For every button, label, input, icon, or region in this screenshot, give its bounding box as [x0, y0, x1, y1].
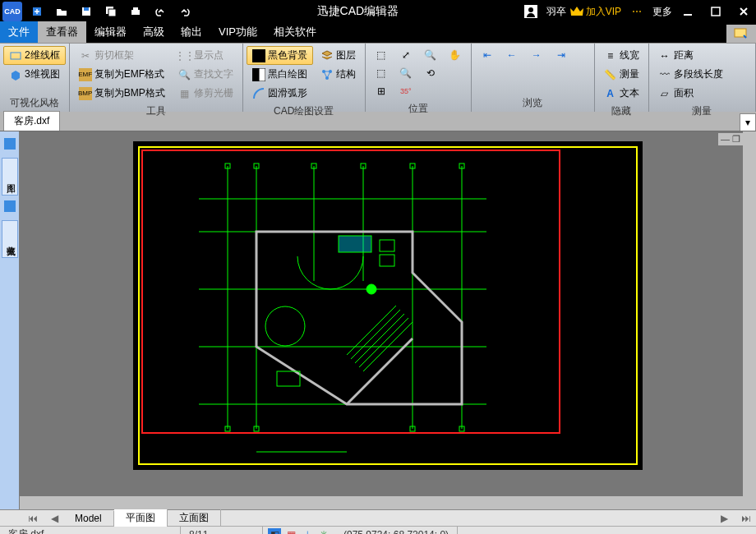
close-button[interactable] — [734, 2, 754, 21]
btn-2d-wireframe[interactable]: 2维线框 — [3, 46, 66, 65]
btn-nav-prev[interactable]: ← — [500, 46, 524, 64]
btn-nav-last[interactable]: ⇥ — [549, 46, 574, 64]
canvas-viewport[interactable]: — ❐ ✕ — [20, 131, 756, 509]
file-tab-dropdown[interactable]: ▾ — [740, 113, 756, 131]
tab-editor[interactable]: 编辑器 — [86, 21, 135, 43]
btn-zoom-out[interactable]: 🔍 — [394, 64, 418, 82]
bmp-icon: BMP — [79, 87, 92, 100]
btn-snap[interactable]: ⊞ — [369, 82, 394, 100]
btn-clip-frame[interactable]: ✂剪切框架 — [73, 46, 171, 65]
app-logo[interactable]: CAD — [2, 2, 22, 21]
btn-nav-next[interactable]: → — [524, 46, 549, 64]
btn-zoom-window[interactable]: ⬚ — [369, 46, 394, 64]
drawing-canvas[interactable] — [133, 141, 643, 470]
status-bar: 客房.dxf 8/11 ◧ ▦ ⊥ ✳ (975.9734; 68.72014;… — [0, 526, 756, 534]
svg-rect-43 — [380, 240, 394, 251]
ribbon-caption: 隐藏 — [598, 103, 645, 120]
btn-rotate[interactable]: ⟲ — [418, 64, 443, 82]
btn-polyline-len[interactable]: 〰多段线长度 — [652, 65, 729, 84]
btn-zoom-prev[interactable]: ⬚ — [369, 64, 394, 82]
view-tab-model[interactable]: Model — [63, 511, 114, 526]
new-icon[interactable] — [27, 2, 47, 21]
save-icon[interactable] — [76, 2, 96, 21]
view-tab-strip: ⏮ ◀ Model 平面图 立面图 ▶ ⏭ — [0, 509, 756, 526]
btn-nav-first[interactable]: ⇤ — [475, 46, 500, 64]
btn-area[interactable]: ▱面积 — [652, 84, 729, 103]
svg-rect-42 — [339, 236, 371, 252]
status-grid-icon[interactable]: ▦ — [284, 528, 297, 535]
btn-pan[interactable]: ✋ — [443, 46, 468, 64]
ribbon-group-cadsettings: 黑色背景 黑白绘图 圆滑弧形 图层 结构 CAD绘图设置 — [243, 44, 366, 112]
ribbon-caption: 位置 — [369, 100, 468, 117]
tab-file[interactable]: 文件 — [0, 21, 38, 43]
tab-related[interactable]: 相关软件 — [265, 21, 325, 43]
view-tab-plan[interactable]: 平面图 — [114, 509, 168, 527]
svg-rect-6 — [133, 7, 138, 10]
cube-icon — [9, 68, 22, 81]
btn-angle[interactable]: 35° — [394, 82, 418, 100]
menu-corner-icon[interactable] — [726, 25, 756, 43]
side-icon[interactable] — [2, 136, 17, 154]
polyline-icon: 〰 — [658, 68, 671, 81]
btn-structure[interactable]: 结构 — [315, 65, 362, 84]
status-ortho-icon[interactable]: ⊥ — [301, 528, 314, 535]
svg-point-8 — [528, 7, 533, 12]
btn-black-bg[interactable]: 黑色背景 — [247, 46, 313, 65]
side-icon-2[interactable] — [2, 199, 17, 217]
more-dots-icon[interactable]: ⋯ — [627, 2, 647, 21]
tab-scroll-next[interactable]: ▶ — [716, 513, 733, 524]
tab-output[interactable]: 输出 — [173, 21, 210, 43]
btn-zoom-extents[interactable]: ⤢ — [394, 46, 418, 64]
side-tab-favorites[interactable]: 收藏夹 — [2, 220, 18, 258]
ribbon: 2维线框 3维视图 可视化风格 ✂剪切框架 EMF复制为EMF格式 BMP复制为… — [0, 43, 756, 112]
tab-scroll-prev[interactable]: ◀ — [46, 513, 63, 524]
last-icon: ⇥ — [555, 48, 568, 62]
btn-text[interactable]: A文本 — [598, 84, 645, 103]
btn-zoom-in[interactable]: 🔍 — [418, 46, 443, 64]
user-area: 羽卒 加入VIP ⋯ 更多 — [519, 2, 756, 21]
tab-vip[interactable]: VIP功能 — [210, 21, 265, 43]
btn-bw-draw[interactable]: 黑白绘图 — [247, 65, 313, 84]
structure-icon — [320, 68, 334, 81]
btn-copy-bmp[interactable]: BMP复制为BMP格式 — [73, 84, 171, 103]
saveas-icon[interactable] — [101, 2, 121, 21]
more-label[interactable]: 更多 — [652, 5, 672, 19]
print-icon[interactable] — [126, 2, 145, 21]
btn-find-text[interactable]: 🔍查找文字 — [173, 65, 239, 84]
btn-trim-raster[interactable]: ▦修剪光栅 — [173, 84, 239, 103]
btn-copy-emf[interactable]: EMF复制为EMF格式 — [73, 65, 171, 84]
undo-icon[interactable] — [150, 2, 170, 21]
user-icon[interactable] — [521, 2, 541, 21]
btn-distance[interactable]: ↔距离 — [652, 46, 729, 65]
btn-smooth-arc[interactable]: 圆滑弧形 — [247, 84, 313, 103]
tab-advanced[interactable]: 高级 — [135, 21, 173, 43]
horizontal-scrollbar[interactable] — [20, 496, 756, 509]
svg-rect-19 — [4, 200, 16, 212]
side-tab-library[interactable]: 图库 — [2, 158, 18, 196]
btn-layers[interactable]: 图层 — [315, 46, 362, 65]
ruler-icon: 📏 — [604, 68, 617, 81]
tab-scroll-first[interactable]: ⏮ — [23, 513, 43, 524]
maximize-button[interactable] — [706, 2, 726, 21]
search-icon: 🔍 — [178, 68, 191, 81]
btn-measure[interactable]: 📏测量 — [598, 65, 645, 84]
status-polar-icon[interactable]: ✳ — [317, 528, 330, 535]
scissors-icon: ✂ — [79, 49, 92, 62]
minimize-button[interactable] — [678, 2, 698, 21]
vertical-scrollbar[interactable] — [743, 131, 756, 496]
ribbon-group-style: 2维线框 3维视图 可视化风格 — [0, 44, 70, 112]
tab-viewer[interactable]: 查看器 — [38, 21, 86, 43]
layers-icon — [320, 49, 334, 62]
linewidth-icon: ≡ — [604, 49, 617, 62]
file-tab[interactable]: 客房.dxf — [3, 111, 60, 131]
vip-button[interactable]: 加入VIP — [569, 5, 621, 19]
btn-linewidth[interactable]: ≡线宽 — [598, 46, 645, 65]
svg-point-41 — [265, 306, 305, 346]
view-tab-elevation[interactable]: 立面图 — [168, 509, 221, 527]
btn-3d-view[interactable]: 3维视图 — [3, 65, 66, 84]
status-snap-icon[interactable]: ◧ — [268, 528, 281, 535]
btn-show-points[interactable]: ⋮⋮显示点 — [173, 46, 239, 65]
open-icon[interactable] — [52, 2, 71, 21]
tab-scroll-last[interactable]: ⏭ — [736, 513, 756, 524]
redo-icon[interactable] — [175, 2, 195, 21]
